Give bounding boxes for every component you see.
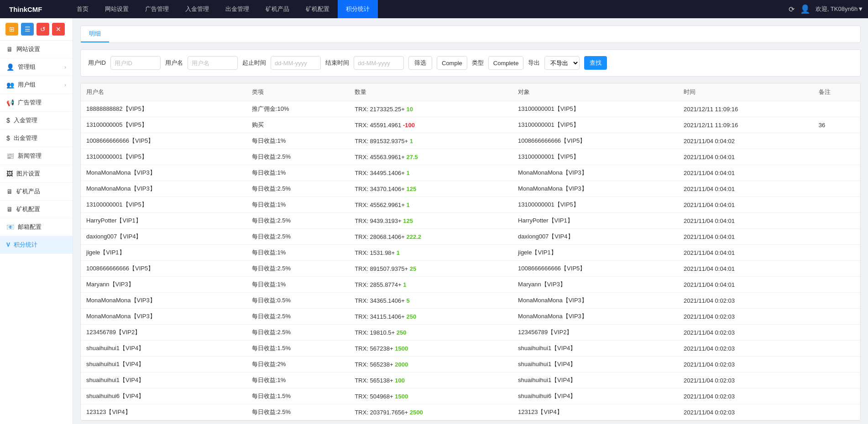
cell-username: 13100000001【VIP5】: [81, 197, 246, 213]
cell-note: [813, 341, 860, 357]
table-row: shuaihuihui1【VIP4】每日收益:1%TRX: 565138+ 10…: [81, 372, 860, 388]
cell-amount: TRX: 2855.8774+ 1: [349, 277, 512, 293]
export-select[interactable]: 不导出 导出: [544, 56, 580, 70]
cell-type: 每日收益:1%: [246, 245, 350, 261]
col-username: 用户名: [81, 83, 246, 101]
sidebar-item-miner-config-label: 矿机配置: [16, 205, 40, 213]
cell-target: shuaihuihui1【VIP4】: [512, 341, 678, 357]
table-row: 13100000001【VIP5】每日收益:2.5%TRX: 45563.996…: [81, 149, 860, 165]
cell-amount: TRX: 203791.7656+ 2500: [349, 404, 512, 420]
cell-type: 每日收益:1.5%: [246, 388, 350, 404]
cell-note: [813, 277, 860, 293]
cell-target: 123123【VIP4】: [512, 404, 678, 420]
cell-time: 2021/12/11 11:09:16: [678, 101, 813, 117]
cell-note: [813, 388, 860, 404]
sidebar-item-withdraw[interactable]: $ 出金管理: [0, 129, 73, 147]
cell-target: MonaMonaMona【VIP3】: [512, 181, 678, 197]
nav-withdraw[interactable]: 出金管理: [217, 0, 257, 18]
sidebar-item-usergroup[interactable]: 👥 用户组 ›: [0, 76, 73, 94]
search-button[interactable]: 查找: [584, 56, 607, 70]
sidebar-icon-close[interactable]: ✕: [52, 23, 65, 36]
sidebar-item-miner-config[interactable]: 🖥 矿机配置: [0, 201, 73, 218]
cell-type: 每日收益:2.5%: [246, 261, 350, 277]
cell-type: 每日收益:1%: [246, 372, 350, 388]
sidebar-item-deposit[interactable]: $ 入金管理: [0, 112, 73, 129]
nav-deposit[interactable]: 入金管理: [177, 0, 217, 18]
sidebar-item-admin[interactable]: 👤 管理组 ›: [0, 58, 73, 76]
end-time-input[interactable]: [354, 56, 404, 70]
cell-amount: TRX: 565138+ 100: [349, 372, 512, 388]
miner-config-icon: 🖥: [6, 206, 13, 213]
sidebar-item-email[interactable]: 📧 邮箱配置: [0, 218, 73, 236]
withdraw-icon: $: [6, 134, 10, 142]
table-row: MonaMonaMona【VIP3】每日收益:1%TRX: 34495.1406…: [81, 165, 860, 181]
nav-points[interactable]: 积分统计: [338, 0, 378, 18]
cell-time: 2021/11/04 0:02:03: [678, 325, 813, 341]
cell-type: 每日收益:2%: [246, 357, 350, 372]
sidebar-item-points[interactable]: V 积分统计: [0, 236, 73, 254]
chevron-right-icon: ›: [64, 64, 66, 70]
user-icon: 👤: [800, 4, 810, 14]
cell-type: 每日收益:0.5%: [246, 293, 350, 309]
cell-username: 123456789【VIP2】: [81, 325, 246, 341]
filter-bar: 用户ID 用户名 起止时间 结束时间 筛选 Comple 类型 Complete…: [80, 49, 861, 77]
sidebar-item-miner-product[interactable]: 🖥 矿机产品: [0, 183, 73, 201]
cell-note: [813, 213, 860, 229]
data-table-container: 用户名 类项 数量 对象 时间 备注 18888888882【VIP5】推广佣金…: [80, 83, 861, 421]
refresh-icon[interactable]: ⟳: [789, 5, 795, 14]
end-time-label: 结束时间: [325, 59, 349, 67]
nav-ads[interactable]: 广告管理: [137, 0, 177, 18]
cell-time: 2021/11/04 0:02:03: [678, 404, 813, 420]
tab-detail[interactable]: 明细: [81, 26, 109, 42]
cell-time: 2021/11/04 0:02:03: [678, 388, 813, 404]
news-icon: 📰: [6, 152, 14, 160]
table-header-row: 用户名 类项 数量 对象 时间 备注: [81, 83, 860, 101]
userid-input[interactable]: [110, 56, 161, 70]
nav-home[interactable]: 首页: [68, 0, 97, 18]
cell-type: 每日收益:2.5%: [246, 213, 350, 229]
sidebar-icon-grid[interactable]: ⊞: [5, 23, 18, 36]
nav-miner-config[interactable]: 矿机配置: [298, 0, 338, 18]
cell-note: [813, 181, 860, 197]
cell-target: HarryPotter【VIP1】: [512, 213, 678, 229]
sidebar-item-website[interactable]: 🖥 网站设置: [0, 41, 73, 58]
sidebar-item-images[interactable]: 🖼 图片设置: [0, 165, 73, 183]
comple-display: Comple: [437, 56, 467, 70]
cell-note: [813, 309, 860, 325]
cell-username: HarryPotter【VIP1】: [81, 213, 246, 229]
sidebar-item-website-label: 网站设置: [16, 45, 40, 53]
miner-product-icon: 🖥: [6, 188, 13, 195]
email-icon: 📧: [6, 223, 14, 231]
cell-target: shuaihuihui1【VIP4】: [512, 372, 678, 388]
cell-time: 2021/11/04 0:04:01: [678, 197, 813, 213]
cell-username: shuaihuihui1【VIP4】: [81, 341, 246, 357]
cell-time: 2021/11/04 0:04:01: [678, 213, 813, 229]
cell-target: daxiong007【VIP4】: [512, 229, 678, 245]
cell-type: 每日收益:1%: [246, 277, 350, 293]
type-label: 类型: [472, 59, 484, 67]
nav-website[interactable]: 网站设置: [97, 0, 137, 18]
user-info[interactable]: 欢迎, TK08yn6h▼: [816, 5, 863, 13]
cell-username: MonaMonaMona【VIP3】: [81, 293, 246, 309]
cell-target: 1008666666666【VIP5】: [512, 133, 678, 149]
nav-miner-product[interactable]: 矿机产品: [257, 0, 298, 18]
start-time-label: 起止时间: [242, 59, 266, 67]
sidebar-icon-refresh[interactable]: ↺: [37, 23, 49, 36]
cell-target: MonaMonaMona【VIP3】: [512, 293, 678, 309]
cell-username: 1008666666666【VIP5】: [81, 261, 246, 277]
sidebar-item-points-label: 积分统计: [14, 241, 37, 249]
cell-amount: TRX: 34495.1406+ 1: [349, 165, 512, 181]
sidebar-icon-menu[interactable]: ☰: [21, 23, 34, 36]
main-content: 明细 用户ID 用户名 起止时间 结束时间 筛选 Comple 类型 Compl…: [73, 18, 868, 424]
sidebar-icon-row: ⊞ ☰ ↺ ✕: [0, 18, 73, 41]
cell-amount: TRX: 2173325.25+ 10: [349, 101, 512, 117]
sidebar-item-ads[interactable]: 📢 广告管理: [0, 94, 73, 112]
username-input[interactable]: [188, 56, 238, 70]
tab-bar: 明细: [80, 26, 861, 43]
cell-time: 2021/11/04 0:02:03: [678, 293, 813, 309]
filter-screen-button[interactable]: 筛选: [408, 56, 432, 70]
sidebar-item-news[interactable]: 📰 新闻管理: [0, 147, 73, 165]
start-time-input[interactable]: [271, 56, 321, 70]
cell-note: 36: [813, 117, 860, 133]
cell-target: shuaihuihui6【VIP4】: [512, 388, 678, 404]
